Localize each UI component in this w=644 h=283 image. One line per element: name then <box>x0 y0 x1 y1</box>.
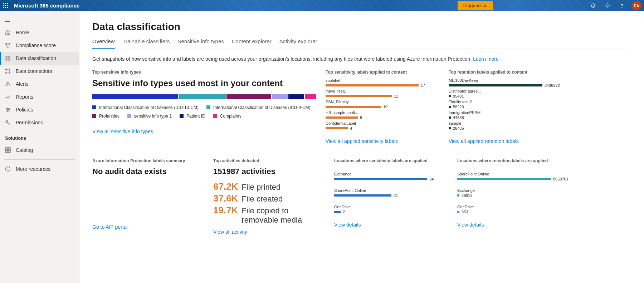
go-to-aip-link[interactable]: Go to AIP portal <box>92 224 128 230</box>
sidebar-item-home[interactable]: Home <box>0 26 79 39</box>
bar-value: 2 <box>343 210 345 214</box>
bar-item: maye_test112 <box>326 89 440 98</box>
bar-fill <box>449 116 451 119</box>
sidebar-item-label: More resources <box>16 166 50 172</box>
bar-fill <box>326 127 348 129</box>
chart-segment <box>179 94 226 99</box>
card-header: Top sensitivity labels applied to conten… <box>326 70 440 75</box>
bar-item: Exchange29913 <box>457 188 572 198</box>
card-top-sensitivity-labels: Top sensitivity labels applied to conten… <box>326 70 440 144</box>
svg-point-15 <box>6 108 8 109</box>
bar-label: SSN_Display <box>326 100 440 104</box>
bar-fill <box>449 84 542 86</box>
learn-more-link[interactable]: Learn more <box>473 56 499 62</box>
legend-item: Patient ID <box>180 114 205 119</box>
activity-line: 19.7KFile copied to removable media <box>213 205 326 225</box>
settings-icon[interactable] <box>600 0 615 11</box>
tab-activity-explorer[interactable]: Activity explorer <box>279 38 317 49</box>
legend-swatch <box>127 114 131 118</box>
chart-legend: International Classification of Diseases… <box>92 105 317 119</box>
chart-segment <box>92 94 178 99</box>
bar-list: ML.100DayKeep8436922Distributor agree...… <box>449 78 563 130</box>
bar-value: 95401 <box>453 94 464 98</box>
activity-label: File printed <box>241 183 280 192</box>
sidebar-item-compliance-score[interactable]: Compliance score <box>0 39 79 52</box>
sidebar-item-reports[interactable]: Reports <box>0 90 79 103</box>
bar-label: ImmigrationPERM <box>449 110 563 115</box>
sidebar-item-label: Permissions <box>16 120 43 125</box>
bar-fill <box>326 106 381 108</box>
view-all-activity-link[interactable]: View all activity <box>213 229 247 235</box>
bar-item: OneDrive353 <box>457 205 572 214</box>
nav-divider <box>4 159 75 160</box>
svg-point-5 <box>9 59 10 60</box>
chart-segment <box>226 94 272 99</box>
user-avatar[interactable]: EA <box>632 1 641 10</box>
diagnostics-button[interactable]: Diagnostics <box>458 1 493 10</box>
view-details-sens-link[interactable]: View details <box>334 222 361 228</box>
bar-list: spolabel17maye_test112SSN_Display10HR-sa… <box>326 78 440 130</box>
home-icon <box>5 30 11 35</box>
bar-value: 353 <box>462 210 468 214</box>
legend-swatch <box>92 114 96 118</box>
sidebar-item-label: Reports <box>16 94 33 100</box>
bar-fill <box>457 211 459 213</box>
card-locations-sensitivity: Locations where sensitivity labels are a… <box>334 158 449 235</box>
svg-rect-21 <box>5 150 8 153</box>
sidebar-item-label: Alerts <box>16 81 29 87</box>
card-top-sensitive-info-types: Top sensitive info types Sensitive info … <box>92 70 317 144</box>
bar-fill <box>326 95 392 97</box>
tab-content-explorer[interactable]: Content explorer <box>232 38 272 49</box>
solutions-header: Solutions <box>0 129 79 144</box>
card-title: 151987 activities <box>213 167 326 176</box>
bar-label: Exchange <box>334 172 449 176</box>
sidebar-item-label: Home <box>16 30 29 35</box>
legend-label: International Classification of Diseases… <box>213 105 310 110</box>
bar-label: SharePoint Online <box>334 188 449 193</box>
view-all-sensitivity-labels-link[interactable]: View all applied sensitivity labels <box>326 138 398 144</box>
svg-point-16 <box>9 109 10 110</box>
bar-value: 12 <box>394 94 398 98</box>
activity-line: 37.6KFile created <box>213 193 326 204</box>
bar-item: SharePoint Online8658761 <box>457 172 572 181</box>
chart-segment <box>272 94 288 99</box>
legend-item: Complaints <box>213 114 241 119</box>
sidebar-item-label: Data connectors <box>16 68 52 74</box>
legend-label: Complaints <box>220 114 241 119</box>
bar-value: 44538 <box>453 115 464 120</box>
bar-item: OneDrive2 <box>334 205 449 214</box>
view-details-ret-link[interactable]: View details <box>457 222 484 228</box>
help-icon[interactable] <box>615 0 629 11</box>
bar-item: Distributor agree...95401 <box>449 89 563 98</box>
svg-point-1 <box>621 7 622 7</box>
svg-point-3 <box>9 56 10 58</box>
sidebar-item-more-resources[interactable]: More resources <box>0 163 79 175</box>
page-title: Data classification <box>92 21 631 33</box>
collapse-nav-icon[interactable] <box>5 20 10 24</box>
stacked-bar-chart <box>92 94 317 99</box>
activity-count: 67.2K <box>213 181 238 192</box>
bar-value: 26485 <box>453 126 464 130</box>
tab-sensitive-info-types[interactable]: Sensitive info types <box>178 38 224 49</box>
sidebar-item-catalog[interactable]: Catalog <box>0 144 79 157</box>
view-all-retention-labels-link[interactable]: View all applied retention labels <box>449 138 519 144</box>
sidebar-item-data-connectors[interactable]: Data connectors <box>0 65 79 78</box>
bar-value: 8436922 <box>545 83 560 88</box>
sidebar-item-data-classification[interactable]: Data classification <box>0 52 79 65</box>
legend-swatch <box>180 114 184 118</box>
svg-point-2 <box>6 56 7 58</box>
bar-label: maye_test1 <box>326 89 440 93</box>
bar-value: 17 <box>421 83 425 88</box>
bar-label: Exchange <box>457 188 572 193</box>
reports-icon <box>5 94 11 100</box>
tab-trainable-classifiers[interactable]: Trainable classifiers <box>123 38 170 49</box>
sidebar-item-permissions[interactable]: Permissions <box>0 116 79 129</box>
sidebar-item-policies[interactable]: Policies <box>0 103 79 116</box>
sidebar-item-alerts[interactable]: Alerts <box>0 78 79 90</box>
tab-overview[interactable]: Overview <box>92 38 115 49</box>
notifications-icon[interactable] <box>586 0 600 11</box>
bar-fill <box>334 211 341 213</box>
legend-swatch <box>213 114 217 118</box>
view-all-sensitive-types-link[interactable]: View all sensitive info types <box>92 129 153 134</box>
app-launcher-icon[interactable] <box>0 0 11 11</box>
